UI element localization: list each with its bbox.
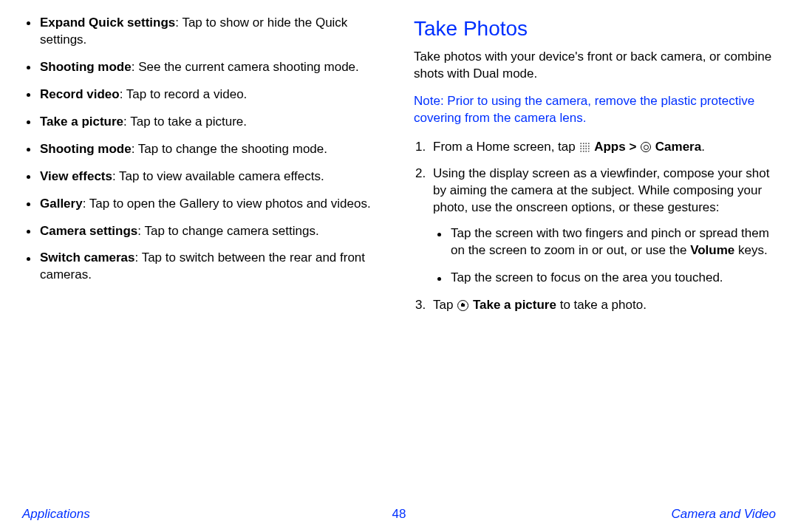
page-number: 48 xyxy=(392,506,406,523)
desc: : See the current camera shooting mode. xyxy=(132,60,359,74)
list-item: Expand Quick settings: Tap to show or hi… xyxy=(40,15,384,49)
term: Expand Quick settings xyxy=(40,16,175,30)
desc: : Tap to change camera settings. xyxy=(137,224,318,238)
intro-paragraph: Take photos with your device's front or … xyxy=(414,49,776,83)
list-item: Tap the screen with two fingers and pinc… xyxy=(451,225,776,259)
camera-controls-bullet-list: Expand Quick settings: Tap to show or hi… xyxy=(22,15,384,284)
page-footer: Applications 48 Camera and Video xyxy=(0,506,798,523)
term: Gallery xyxy=(40,197,83,211)
bullet-text: Tap the screen to focus on the area you … xyxy=(451,270,723,284)
note-paragraph: Note: Prior to using the camera, remove … xyxy=(414,93,776,127)
list-item: View effects: Tap to view available came… xyxy=(40,168,384,185)
page-body: Expand Quick settings: Tap to show or hi… xyxy=(0,0,798,502)
list-item: Take a picture: Tap to take a picture. xyxy=(40,114,384,131)
note-prefix: Note xyxy=(414,94,440,108)
camera-icon xyxy=(641,142,651,152)
step-text: Tap xyxy=(433,298,457,312)
volume-label: Volume xyxy=(690,243,734,257)
note-body: : Prior to using the camera, remove the … xyxy=(414,94,754,125)
left-column: Expand Quick settings: Tap to show or hi… xyxy=(22,15,384,466)
desc: : Tap to view available camera effects. xyxy=(112,169,324,183)
desc: : Tap to take a picture. xyxy=(123,115,247,129)
step-text: From a Home screen, tap xyxy=(433,140,579,154)
apps-grid-icon xyxy=(579,142,590,152)
step-text: . xyxy=(701,140,705,154)
step-text: Using the display screen as a viewfinder… xyxy=(433,166,769,214)
steps-list: From a Home screen, tap Apps > Camera. U… xyxy=(414,139,776,315)
term: Take a picture xyxy=(40,115,123,129)
gesture-bullet-list: Tap the screen with two fingers and pinc… xyxy=(433,225,776,287)
right-column: Take Photos Take photos with your device… xyxy=(414,15,776,466)
list-item: Shooting mode: See the current camera sh… xyxy=(40,59,384,76)
desc: : Tap to change the shooting mode. xyxy=(132,142,327,156)
term: Record video xyxy=(40,87,120,101)
term: Camera settings xyxy=(40,224,137,238)
list-item: Record video: Tap to record a video. xyxy=(40,86,384,103)
list-item: Switch cameras: Tap to switch between th… xyxy=(40,250,384,284)
footer-right: Camera and Video xyxy=(672,506,776,523)
footer-left: Applications xyxy=(22,506,90,523)
term: Shooting mode xyxy=(40,142,132,156)
term: Switch cameras xyxy=(40,250,135,265)
list-item: Shooting mode: Tap to change the shootin… xyxy=(40,141,384,158)
take-picture-label: Take a picture xyxy=(473,298,556,312)
section-heading: Take Photos xyxy=(414,15,776,43)
list-item: Camera settings: Tap to change camera se… xyxy=(40,223,384,240)
step-item: Using the display screen as a viewfinder… xyxy=(433,166,776,287)
term: Shooting mode xyxy=(40,60,132,74)
desc: : Tap to open the Gallery to view photos… xyxy=(83,197,371,211)
camera-label: Camera xyxy=(655,140,701,154)
step-text: to take a photo. xyxy=(556,298,647,312)
list-item: Tap the screen to focus on the area you … xyxy=(451,270,776,287)
apps-label: Apps > xyxy=(594,140,640,154)
step-item: Tap Take a picture to take a photo. xyxy=(433,297,776,314)
bullet-text: keys. xyxy=(734,243,767,257)
list-item: Gallery: Tap to open the Gallery to view… xyxy=(40,196,384,213)
shutter-icon xyxy=(457,300,468,311)
term: View effects xyxy=(40,169,112,183)
step-item: From a Home screen, tap Apps > Camera. xyxy=(433,139,776,156)
desc: : Tap to record a video. xyxy=(120,87,248,101)
